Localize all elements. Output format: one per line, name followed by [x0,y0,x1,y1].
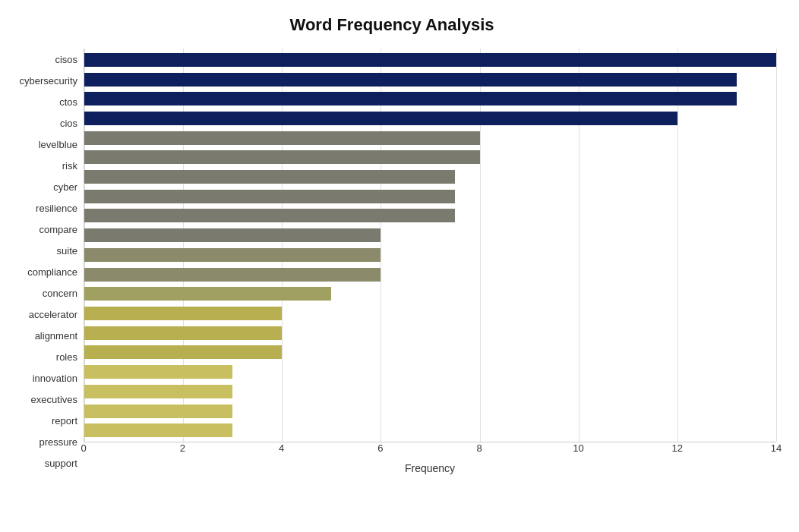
bar [84,190,455,203]
y-label: alignment [35,331,77,341]
bar-row [84,284,776,304]
bar [84,385,232,398]
bar-row [84,343,776,363]
bar-row [84,167,776,187]
y-label: concern [43,288,77,298]
y-label: roles [56,352,77,362]
grid-line [776,49,777,442]
bar-row [84,206,776,226]
bar [84,228,381,242]
x-tick: 10 [573,442,583,454]
bar [84,112,677,125]
x-tick: 4 [279,442,284,454]
bar-row [84,70,776,90]
x-tick: 0 [81,442,86,454]
y-label: cyber [53,182,77,192]
bar-row [84,187,776,206]
bar-row [84,128,776,148]
bars-and-x: 02468101214 Frequency [84,49,776,474]
bar-row [84,89,776,109]
bar-row [84,382,776,401]
bar [84,73,737,87]
y-label: report [52,416,77,426]
bar-row [84,362,776,382]
y-label: levelblue [39,140,77,150]
bar-row [84,50,776,70]
bar [84,248,381,262]
x-tick: 2 [180,442,185,454]
bar [84,131,480,145]
chart-title: Word Frequency Analysis [8,15,776,35]
bar [84,209,455,222]
bar-row [84,148,776,168]
x-tick: 6 [377,442,383,454]
bar [84,307,282,320]
bars-area [84,49,776,442]
y-label: pressure [39,437,77,447]
y-label: cios [60,118,77,128]
bar [84,150,480,164]
bar [84,405,232,418]
y-label: cybersecurity [19,76,77,86]
y-axis: cisoscybersecurityctoscioslevelblueriskc… [8,49,84,474]
bar-row [84,401,776,421]
y-label: ctos [59,97,77,107]
bar-row [84,420,776,440]
y-label: compliance [27,267,77,277]
y-label: cisos [55,55,77,65]
bar [84,365,232,379]
y-label: executives [31,395,77,405]
bar [84,287,331,301]
bar [84,326,282,340]
bar-rows [84,49,776,442]
bar-row [84,265,776,285]
bar-row [84,304,776,323]
x-tick: 14 [771,442,782,454]
bar-row [84,225,776,245]
y-label: resilience [36,203,77,213]
y-label: innovation [33,373,77,383]
bar [84,170,455,184]
y-label: accelerator [29,310,77,320]
chart-container: Word Frequency Analysis cisoscybersecuri… [0,0,799,532]
y-label: compare [39,225,77,235]
bar-row [84,323,776,343]
bar [84,345,282,359]
x-tick: 12 [671,442,682,454]
bar-row [84,109,776,128]
bar-row [84,245,776,265]
x-axis-label: Frequency [84,462,776,474]
x-tick: 8 [477,442,482,454]
bar [84,423,232,437]
x-axis: 02468101214 [84,442,776,458]
y-label: risk [62,161,77,171]
chart-area: cisoscybersecurityctoscioslevelblueriskc… [8,49,776,474]
bar [84,53,776,67]
y-label: suite [57,246,77,256]
y-label: support [45,458,77,468]
bar [84,268,381,282]
bar [84,92,737,105]
